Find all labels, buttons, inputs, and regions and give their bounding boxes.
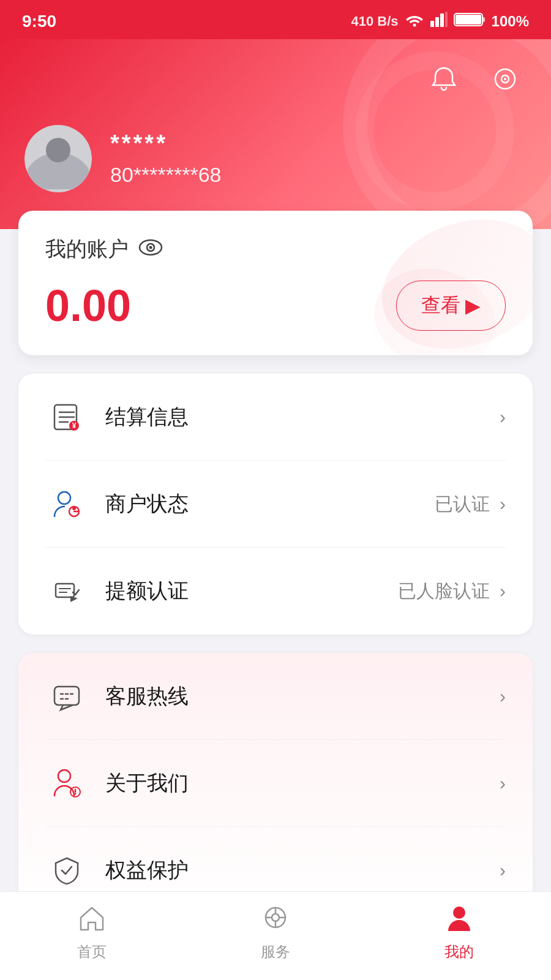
rights-icon	[45, 849, 88, 892]
svg-point-0	[413, 24, 416, 27]
hero-section: ***** 80********68	[0, 39, 551, 229]
svg-rect-1	[430, 21, 434, 27]
settlement-arrow: ›	[500, 407, 506, 428]
upgrade-icon	[45, 570, 88, 612]
status-time: 9:50	[22, 12, 56, 31]
svg-rect-6	[455, 15, 481, 24]
about-title: 关于我们	[105, 769, 500, 797]
svg-rect-3	[440, 13, 444, 27]
menu-section-2: 客服热线 › 关于我们 ›	[18, 653, 533, 914]
profile-id: 80********68	[110, 163, 222, 187]
account-amount: 0.00	[45, 284, 131, 328]
menu-item-service[interactable]: 客服热线 ›	[18, 653, 533, 740]
menu-item-upgrade[interactable]: 提额认证 已人脸认证 ›	[18, 548, 533, 635]
svg-text:¥: ¥	[72, 421, 77, 430]
profile-row: ***** 80********68	[24, 125, 527, 192]
nav-item-home[interactable]: 首页	[55, 904, 129, 962]
nav-item-mine[interactable]: 我的	[422, 904, 496, 962]
content-wrapper: ***** 80********68 我的账户 0.00 查看 ▶	[0, 39, 551, 980]
nav-home-label: 首页	[77, 942, 107, 962]
settlement-title: 结算信息	[105, 403, 500, 431]
merchant-title: 商户状态	[105, 490, 435, 518]
merchant-icon	[45, 483, 88, 526]
svg-rect-2	[435, 17, 439, 27]
battery-icon	[454, 12, 485, 31]
eye-icon[interactable]	[138, 239, 163, 260]
svg-rect-29	[54, 687, 79, 705]
nav-item-service[interactable]: 服务	[239, 904, 312, 962]
menu-item-about[interactable]: 关于我们 ›	[18, 740, 533, 827]
menu-section-1: ¥ 结算信息 › 商户状态 已认证 ›	[18, 374, 533, 635]
about-arrow: ›	[500, 773, 506, 794]
nav-service-label: 服务	[261, 942, 290, 962]
svg-rect-4	[445, 12, 448, 27]
svg-point-32	[58, 770, 70, 782]
svg-rect-26	[56, 584, 74, 597]
wifi-icon	[405, 12, 424, 31]
svg-point-22	[58, 492, 70, 504]
svg-point-9	[501, 75, 509, 83]
merchant-status: 已认证	[435, 492, 490, 517]
service-nav-icon	[261, 904, 290, 937]
account-card: 我的账户 0.00 查看 ▶	[18, 211, 533, 355]
menu-item-merchant[interactable]: 商户状态 已认证 ›	[18, 461, 533, 548]
home-icon	[77, 904, 107, 937]
network-speed: 410 B/s	[351, 13, 399, 29]
hero-icons	[24, 58, 527, 100]
signal-icon	[430, 11, 448, 32]
notification-button[interactable]	[422, 58, 465, 100]
status-bar: 9:50 410 B/s 100%	[0, 0, 551, 39]
rights-title: 权益保护	[105, 856, 500, 884]
settlement-icon: ¥	[45, 396, 88, 439]
view-button[interactable]: 查看 ▶	[396, 281, 506, 331]
battery-percent: 100%	[492, 13, 529, 30]
profile-name: *****	[110, 130, 222, 157]
service-arrow: ›	[500, 686, 506, 707]
nav-mine-label: 我的	[444, 942, 474, 962]
status-right: 410 B/s 100%	[351, 11, 529, 32]
svg-rect-7	[482, 17, 485, 22]
svg-point-24	[72, 507, 76, 510]
svg-point-10	[504, 78, 506, 80]
svg-point-35	[75, 793, 77, 795]
rights-arrow: ›	[500, 860, 506, 881]
avatar[interactable]	[24, 125, 92, 192]
upgrade-arrow: ›	[500, 581, 506, 601]
svg-point-12	[46, 138, 70, 162]
menu-item-settlement[interactable]: ¥ 结算信息 ›	[18, 374, 533, 461]
account-label: 我的账户	[45, 235, 129, 263]
scan-button[interactable]	[484, 58, 527, 100]
upgrade-title: 提额认证	[105, 577, 398, 605]
bottom-nav: 首页 服务 我的	[0, 891, 551, 980]
about-icon	[45, 762, 88, 805]
account-label-row: 我的账户	[45, 235, 506, 263]
mine-icon	[444, 904, 474, 937]
merchant-arrow: ›	[500, 494, 506, 514]
svg-point-42	[453, 907, 465, 919]
account-bottom: 0.00 查看 ▶	[45, 281, 506, 331]
service-icon	[45, 675, 88, 718]
profile-info: ***** 80********68	[110, 130, 222, 187]
svg-point-15	[149, 246, 152, 249]
svg-point-37	[272, 914, 279, 921]
upgrade-status: 已人脸认证	[398, 579, 490, 604]
service-title: 客服热线	[105, 682, 500, 710]
svg-point-8	[495, 69, 515, 89]
